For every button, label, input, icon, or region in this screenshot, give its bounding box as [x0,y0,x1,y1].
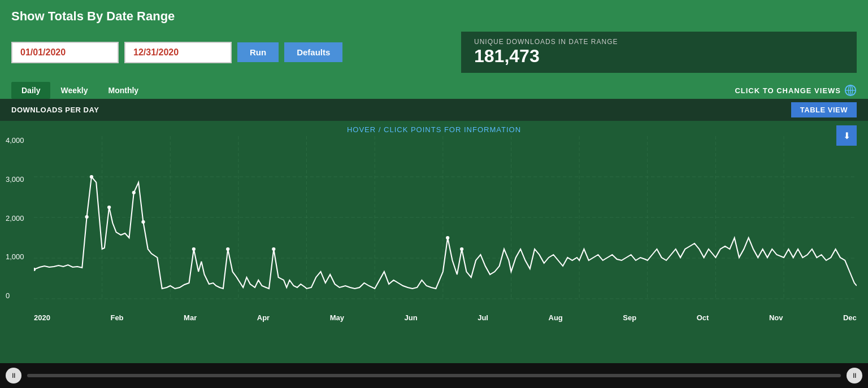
y-label-2000: 2,000 [6,214,24,223]
svg-point-29 [446,236,449,239]
x-label-2020: 2020 [34,313,50,322]
slider-track[interactable] [27,374,841,377]
svg-point-23 [107,206,111,209]
x-label-nov: Nov [769,313,783,322]
x-label-sep: Sep [623,313,636,322]
tabs-row: Daily Weekly Monthly CLICK TO CHANGE VIE… [0,79,868,99]
y-axis: 0 1,000 2,000 3,000 4,000 [6,136,24,300]
unique-downloads-value: 181,473 [474,46,844,67]
svg-point-30 [460,247,463,251]
svg-point-25 [141,220,145,224]
x-axis: 2020 Feb Mar Apr May Jun Jul Aug Sep Oct… [0,311,868,322]
tab-daily[interactable]: Daily [11,82,50,99]
x-label-may: May [330,313,344,322]
bottom-slider: ⏸ ⏸ [0,363,868,388]
unique-downloads-label: UNIQUE DOWNLOADS IN DATE RANGE [474,38,844,46]
defaults-button[interactable]: Defaults [284,42,342,62]
end-date-input[interactable] [124,42,232,63]
x-label-apr: Apr [257,313,270,322]
downloads-per-day-label: DOWNLOADS PER DAY [11,106,99,114]
y-label-4000: 4,000 [6,136,24,145]
hover-label: HOVER / CLICK POINTS FOR INFORMATION [0,121,868,136]
svg-point-22 [90,175,93,178]
tab-monthly[interactable]: Monthly [98,82,149,99]
run-button[interactable]: Run [237,42,279,62]
chart-header-bar: DOWNLOADS PER DAY TABLE VIEW [0,99,868,121]
svg-point-20 [34,268,36,271]
chart-area: HOVER / CLICK POINTS FOR INFORMATION ⬇ 0… [0,121,868,363]
svg-point-21 [85,215,88,219]
x-label-jul: Jul [478,313,488,322]
hover-highlight: INFORMATION [464,125,521,134]
line-chart[interactable] [34,136,857,300]
x-label-mar: Mar [184,313,197,322]
slider-left-icon: ⏸ [10,372,17,380]
slider-right-handle[interactable]: ⏸ [847,368,862,383]
y-label-3000: 3,000 [6,175,24,184]
change-views-button[interactable]: CLICK TO CHANGE VIEWS [735,84,857,97]
download-icon: ⬇ [843,130,850,141]
svg-point-27 [226,247,229,251]
change-views-label: CLICK TO CHANGE VIEWS [735,86,841,95]
svg-point-28 [272,247,275,251]
x-label-jun: Jun [405,313,418,322]
x-label-aug: Aug [549,313,563,322]
unique-downloads-box: UNIQUE DOWNLOADS IN DATE RANGE 181,473 [461,32,857,73]
download-chart-button[interactable]: ⬇ [836,125,857,146]
slider-left-handle[interactable]: ⏸ [6,368,21,383]
globe-icon [844,84,857,97]
page-title: Show Totals By Date Range [11,9,857,24]
table-view-button[interactable]: TABLE VIEW [791,102,857,117]
slider-right-icon: ⏸ [851,372,858,380]
x-label-dec: Dec [843,313,857,322]
start-date-input[interactable] [11,42,119,63]
x-label-feb: Feb [110,313,123,322]
svg-point-24 [132,191,136,194]
y-label-1000: 1,000 [6,252,24,261]
y-label-0: 0 [6,291,24,300]
tab-weekly[interactable]: Weekly [50,82,98,99]
svg-point-26 [192,247,196,251]
x-label-oct: Oct [697,313,709,322]
